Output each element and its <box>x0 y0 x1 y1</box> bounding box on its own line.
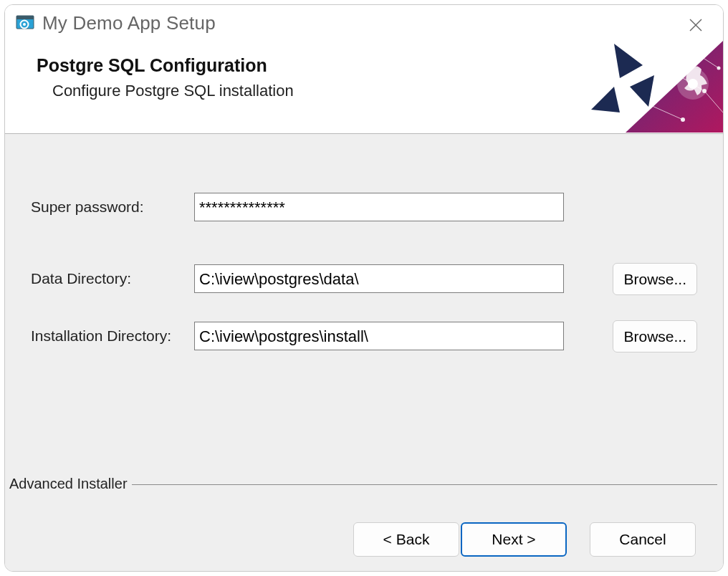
wizard-header: Postgre SQL Configuration Configure Post… <box>5 41 723 134</box>
svg-point-14 <box>666 67 671 72</box>
window-title: My Demo App Setup <box>42 12 216 34</box>
data-directory-input[interactable] <box>194 264 564 293</box>
back-button[interactable]: < Back <box>353 522 459 557</box>
separator-rule <box>132 484 717 485</box>
install-directory-input[interactable] <box>194 322 564 350</box>
svg-point-17 <box>717 67 721 70</box>
header-banner-art <box>583 41 723 133</box>
wizard-body: Super password: Data Directory: Browse..… <box>5 134 723 571</box>
label-install-directory: Installation Directory: <box>31 327 194 345</box>
svg-point-15 <box>689 48 692 52</box>
label-data-directory: Data Directory: <box>31 270 194 287</box>
super-password-input[interactable] <box>194 193 564 221</box>
svg-line-8 <box>669 49 690 69</box>
installer-window: My Demo App Setup Postgre SQL Configurat… <box>4 4 724 572</box>
browse-data-dir-button[interactable]: Browse... <box>613 263 697 295</box>
svg-point-19 <box>681 117 685 122</box>
svg-marker-22 <box>591 87 620 112</box>
titlebar: My Demo App Setup <box>5 5 723 41</box>
row-super-password: Super password: <box>31 193 697 221</box>
next-button[interactable]: Next > <box>461 522 567 557</box>
svg-rect-1 <box>16 16 34 19</box>
label-super-password: Super password: <box>31 198 194 216</box>
svg-marker-24 <box>630 75 654 107</box>
browse-install-dir-button[interactable]: Browse... <box>613 320 697 352</box>
close-button[interactable] <box>684 14 707 37</box>
row-install-directory: Installation Directory: Browse... <box>31 322 697 350</box>
cancel-button[interactable]: Cancel <box>590 522 696 557</box>
svg-point-18 <box>649 104 653 107</box>
advanced-installer-label: Advanced Installer <box>9 476 132 492</box>
wizard-footer: < Back Next > Cancel <box>5 508 723 571</box>
advanced-installer-separator: Advanced Installer <box>9 476 717 492</box>
svg-point-13 <box>631 52 635 56</box>
svg-point-3 <box>23 23 26 26</box>
row-data-directory: Data Directory: Browse... <box>31 264 697 293</box>
app-icon <box>15 14 35 32</box>
svg-marker-23 <box>614 44 643 78</box>
